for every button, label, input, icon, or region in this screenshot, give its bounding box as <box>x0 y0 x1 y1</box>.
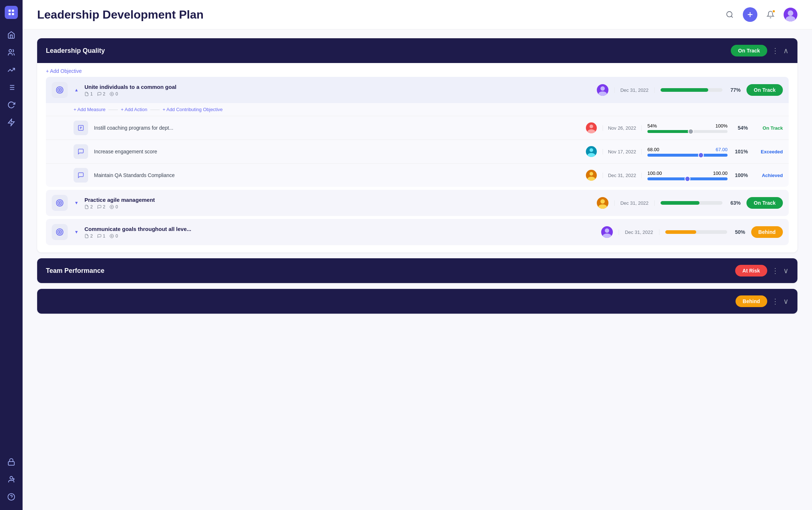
add-action-link[interactable]: + Add Action <box>121 107 147 112</box>
svg-point-37 <box>590 148 593 152</box>
svg-point-4 <box>9 50 12 52</box>
obj1-pct: 77% <box>726 87 741 93</box>
chart-icon[interactable] <box>4 63 19 77</box>
sub2-progress-wrap: 68.00 67.00 <box>647 147 728 157</box>
obj1-meta: 1 2 0 <box>84 91 591 97</box>
obj3-meta-doc: 2 <box>84 234 93 239</box>
sub2-icon <box>74 144 88 159</box>
sub1-avatar <box>586 122 597 133</box>
third-header-actions: Behind ⋮ ∨ <box>736 295 789 307</box>
svg-point-40 <box>587 177 595 181</box>
svg-point-49 <box>58 230 62 234</box>
svg-marker-11 <box>8 119 15 126</box>
svg-point-53 <box>605 228 609 233</box>
people-icon[interactable] <box>4 45 19 60</box>
obj1-chevron[interactable]: ▲ <box>74 87 79 93</box>
obj3-progress-bar-fill <box>665 230 696 234</box>
obj2-progress-bar-bg <box>661 201 722 205</box>
obj2-meta-target: 0 <box>110 204 118 209</box>
team-performance-collapse-button[interactable]: ∨ <box>783 266 789 275</box>
obj3-date: Dec 31, 2022 <box>619 230 659 235</box>
svg-point-26 <box>59 89 60 91</box>
sub3-start-val: 100.00 <box>647 170 662 176</box>
obj2-pct: 63% <box>726 200 741 206</box>
svg-point-27 <box>110 92 114 96</box>
obj-icon-obj2 <box>52 195 68 211</box>
obj2-status: On Track <box>746 197 783 209</box>
sub3-pct: 100% <box>733 172 748 178</box>
svg-point-25 <box>58 88 62 92</box>
add-person-icon[interactable] <box>4 472 19 487</box>
obj3-status: Behind <box>751 226 783 238</box>
svg-point-13 <box>10 476 12 479</box>
objective-row-obj2: ▼ Practice agile management 2 2 <box>46 190 789 216</box>
obj3-title: Communicate goals throughout all leve... <box>84 226 595 232</box>
svg-point-47 <box>598 204 607 209</box>
obj1-progress-bar-bg <box>661 88 722 92</box>
objective-row-obj1: ▲ Unite individuals to a common goal 1 2 <box>46 77 789 103</box>
refresh-icon[interactable] <box>4 98 19 112</box>
sub3-title: Maintain QA Standards Compliance <box>94 172 580 178</box>
svg-rect-3 <box>12 13 14 15</box>
sub3-bar-bg <box>647 177 728 180</box>
add-button[interactable] <box>743 7 757 22</box>
plan-status-third: Behind <box>736 295 767 307</box>
plan-header-team-performance: Team Performance At Risk ⋮ ∨ <box>37 258 797 283</box>
svg-point-29 <box>600 86 605 91</box>
sub-row-sub2: Increase engagement score Nov 17, 2022 6… <box>46 140 789 163</box>
svg-point-18 <box>727 12 732 17</box>
add-objective-link[interactable]: + Add Objective <box>46 63 82 77</box>
add-contributing-link[interactable]: + Add Contributing Objective <box>162 107 222 112</box>
svg-rect-0 <box>9 10 11 12</box>
plan-collapse-button[interactable]: ∧ <box>783 46 789 55</box>
search-button[interactable] <box>722 7 737 22</box>
team-performance-more-button[interactable]: ⋮ <box>772 266 779 275</box>
svg-point-38 <box>587 153 595 157</box>
obj1-meta-chat: 2 <box>97 91 106 97</box>
obj3-progress-bar-bg <box>665 230 727 234</box>
obj2-title: Practice agile management <box>84 197 591 203</box>
plan-header-leadership-quality: Leadership Quality On Track ⋮ ∧ <box>37 38 797 63</box>
lightning-icon[interactable] <box>4 115 19 130</box>
plan-card-third: Behind ⋮ ∨ <box>37 289 797 314</box>
add-measure-link[interactable]: + Add Measure <box>74 107 106 112</box>
notification-button[interactable] <box>763 7 778 22</box>
obj3-chevron[interactable]: ▼ <box>74 230 79 235</box>
sub2-date: Nov 17, 2022 <box>603 149 642 154</box>
plan-body-leadership-quality: + Add Objective ▲ Unite individuals to a… <box>37 63 797 252</box>
svg-point-35 <box>590 125 593 128</box>
obj3-meta: 2 1 0 <box>84 234 595 239</box>
sub-row-sub3: Maintain QA Standards Compliance Dec 31,… <box>46 163 789 187</box>
list-icon[interactable] <box>4 80 19 95</box>
plan-status-team-performance: At Risk <box>735 265 767 276</box>
obj1-progress: 77% <box>661 87 741 93</box>
help-icon[interactable] <box>4 490 19 504</box>
user-avatar[interactable] <box>784 8 797 21</box>
sub2-end-val: 67.00 <box>716 147 728 152</box>
obj-icon-obj1 <box>52 82 68 98</box>
sub1-bar-bg <box>647 130 728 133</box>
sub1-pct: 54% <box>733 125 748 131</box>
obj2-progress-bar-fill <box>661 201 699 205</box>
svg-point-28 <box>111 93 113 94</box>
home-icon[interactable] <box>4 28 19 42</box>
obj3-info: Communicate goals throughout all leve...… <box>84 226 595 239</box>
obj1-title: Unite individuals to a common goal <box>84 84 591 90</box>
app-logo[interactable] <box>5 6 18 19</box>
plan-more-button[interactable]: ⋮ <box>772 46 779 55</box>
svg-rect-1 <box>12 10 14 12</box>
obj2-chevron[interactable]: ▼ <box>74 200 79 205</box>
svg-rect-12 <box>8 462 15 465</box>
svg-point-41 <box>56 200 63 206</box>
lock-icon[interactable] <box>4 455 19 469</box>
obj2-avatar <box>597 197 608 209</box>
sub2-bar-fill <box>647 154 728 157</box>
third-collapse-button[interactable]: ∨ <box>783 297 789 306</box>
sidebar <box>0 0 23 510</box>
third-more-button[interactable]: ⋮ <box>772 297 779 306</box>
svg-point-54 <box>603 234 611 238</box>
obj1-sub-rows: + Add Measure —— + Add Action —— + Add C… <box>46 103 789 187</box>
page-header: Leadership Development Plan <box>23 0 812 30</box>
sub2-bar-bg <box>647 154 728 157</box>
header-actions <box>722 7 797 22</box>
